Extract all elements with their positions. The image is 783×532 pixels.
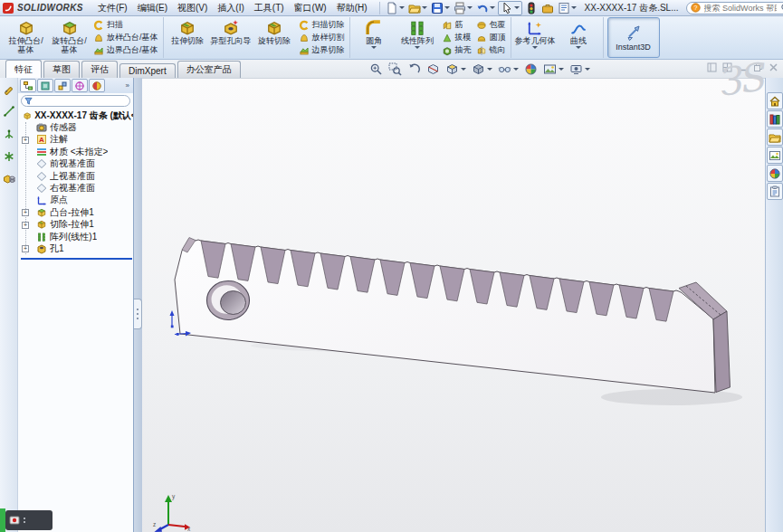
- linear-pattern-button[interactable]: 线性阵列: [396, 17, 439, 58]
- rib-button[interactable]: 筋: [440, 19, 473, 31]
- expand-icon[interactable]: [22, 222, 29, 229]
- tab-configurationmanager[interactable]: [54, 79, 71, 92]
- tree-item-origin[interactable]: 原点: [20, 195, 133, 206]
- left-toolbar-feature-tool[interactable]: [3, 173, 15, 189]
- print-button[interactable]: [453, 2, 473, 14]
- swept-boss-button[interactable]: 扫描: [91, 19, 160, 31]
- options-button[interactable]: [540, 2, 555, 14]
- extruded-cut-button[interactable]: 拉伸切除: [167, 17, 209, 58]
- revolved-cut-button[interactable]: 旋转切除: [253, 17, 296, 58]
- graphics-viewport[interactable]: xyz: [142, 78, 765, 532]
- headsup-view-settings[interactable]: [569, 62, 590, 76]
- rebuild-button[interactable]: [524, 2, 539, 14]
- left-toolbar-reference-tool[interactable]: [3, 128, 15, 144]
- open-button[interactable]: [407, 2, 428, 14]
- doc-close-icon[interactable]: [769, 62, 778, 72]
- left-toolbar-point-tool[interactable]: [3, 150, 15, 166]
- curves-button[interactable]: 曲线: [558, 17, 600, 58]
- select-button[interactable]: [498, 1, 522, 15]
- headsup-zoom-fit[interactable]: [369, 62, 383, 76]
- tab-featuremanager-tree[interactable]: [20, 79, 36, 92]
- lofted-boss-button[interactable]: 放样凸台/基体: [91, 32, 160, 43]
- headsup-display-style[interactable]: [472, 62, 492, 76]
- instant3d-toggle[interactable]: Instant3D: [607, 17, 660, 58]
- tree-item-plane[interactable]: 上视基准面: [20, 170, 133, 182]
- headsup-view-orientation[interactable]: [445, 62, 466, 76]
- headsup-apply-scene[interactable]: [543, 62, 564, 76]
- left-toolbar-line-tool[interactable]: [3, 105, 15, 121]
- panel-splitter[interactable]: [134, 78, 142, 532]
- search-box[interactable]: ?: [686, 2, 783, 14]
- tree-root-part[interactable]: XX-XXXX-17 齿条 (默认<<默: [20, 109, 133, 121]
- tab-office-products[interactable]: 办公室产品: [177, 61, 241, 78]
- model-rack-gear[interactable]: xyz: [142, 79, 765, 532]
- reference-geometry-button[interactable]: 参考几何体: [514, 17, 557, 58]
- taskbar-overlay[interactable]: [5, 510, 53, 530]
- headsup-previous-view[interactable]: [407, 62, 421, 76]
- menu-item[interactable]: 工具(T): [254, 2, 284, 14]
- taskpane-tab-custom-properties[interactable]: [767, 183, 783, 200]
- taskpane-tab-solidworks-resources[interactable]: [767, 92, 783, 109]
- save-button[interactable]: [430, 2, 451, 14]
- undo-button[interactable]: [475, 2, 496, 14]
- tree-item-boss-extrude[interactable]: 凸台-拉伸1: [20, 206, 133, 218]
- menu-item[interactable]: 帮助(H): [337, 2, 368, 14]
- new-button[interactable]: [385, 2, 406, 14]
- menu-item[interactable]: 文件(F): [98, 2, 128, 14]
- taskpane-tab-design-library[interactable]: [767, 110, 783, 128]
- tree-item-cut-extrude[interactable]: 切除-拉伸1: [20, 219, 133, 231]
- tab-dimxpert[interactable]: DimXpert: [119, 63, 176, 78]
- hole-wizard-button[interactable]: 异型孔向导: [210, 17, 253, 58]
- tree-item-plane[interactable]: 右视基准面: [20, 182, 133, 194]
- extruded-boss-button[interactable]: 拉伸凸台/基体: [5, 17, 47, 58]
- boundary-cut-button[interactable]: 边界切除: [297, 44, 347, 56]
- headsup-zoom-area[interactable]: [388, 62, 402, 76]
- headsup-hide-show-items[interactable]: [498, 62, 519, 76]
- menu-item[interactable]: 编辑(E): [138, 2, 167, 14]
- dome-button[interactable]: 圆顶: [474, 32, 508, 43]
- menu-item[interactable]: 视图(V): [177, 2, 207, 14]
- tab-features[interactable]: 特征: [5, 60, 42, 78]
- tab-evaluate[interactable]: 评估: [81, 61, 118, 78]
- tree-item-annotations[interactable]: A注解: [20, 134, 133, 146]
- tree-item-material[interactable]: 材质 <未指定>: [20, 146, 133, 157]
- wrap-button[interactable]: 包覆: [474, 19, 508, 31]
- expand-icon[interactable]: [22, 209, 29, 216]
- tab-propertymanager[interactable]: [37, 79, 53, 92]
- menu-item[interactable]: 插入(I): [217, 2, 243, 14]
- tree-item-hole[interactable]: 孔1: [20, 242, 133, 254]
- tab-dimxpertmanager[interactable]: [72, 79, 88, 92]
- swept-cut-button[interactable]: 扫描切除: [297, 19, 347, 31]
- lofted-cut-button[interactable]: 放样切割: [297, 32, 347, 43]
- headsup-edit-appearance[interactable]: [524, 62, 538, 76]
- tab-displaymanager[interactable]: [89, 79, 105, 92]
- panel-overflow-chevron[interactable]: »: [126, 81, 131, 90]
- tree-item-sensors[interactable]: 传感器: [20, 121, 133, 133]
- filter-input[interactable]: [34, 96, 127, 106]
- expand-icon[interactable]: [22, 137, 29, 144]
- tree-item-linear-pattern[interactable]: 阵列(线性)1: [20, 231, 133, 242]
- taskpane-tab-appearances[interactable]: [767, 165, 783, 182]
- headsup-section-view[interactable]: [426, 62, 440, 76]
- menu-item[interactable]: 窗口(W): [294, 2, 327, 14]
- tab-sketch[interactable]: 草图: [43, 61, 80, 78]
- boundary-boss-button[interactable]: 边界凸台/基体: [91, 44, 160, 56]
- shell-button[interactable]: 抽壳: [440, 44, 473, 56]
- expand-icon[interactable]: [22, 245, 29, 252]
- splitter-handle[interactable]: [134, 299, 142, 329]
- taskpane-tab-file-explorer[interactable]: [767, 128, 783, 146]
- file-properties-button[interactable]: [557, 2, 578, 14]
- draft-button[interactable]: 拔模: [440, 32, 473, 43]
- fillet-button[interactable]: 圆角: [353, 17, 396, 58]
- rollback-bar[interactable]: [21, 258, 132, 260]
- taskpane-tab-view-palette[interactable]: [767, 147, 783, 164]
- overlay-dots-icon[interactable]: [24, 518, 25, 523]
- mirror-button[interactable]: 镜向: [474, 44, 508, 56]
- search-icon[interactable]: [780, 3, 783, 13]
- tree-item-label: 材质 <未指定>: [50, 146, 108, 158]
- left-toolbar-sketch-tool[interactable]: [3, 82, 15, 99]
- search-input[interactable]: [702, 3, 778, 14]
- revolved-boss-button[interactable]: 旋转凸台/基体: [48, 17, 91, 58]
- tree-item-plane[interactable]: 前视基准面: [20, 158, 133, 170]
- tree-filter-box[interactable]: [21, 95, 130, 107]
